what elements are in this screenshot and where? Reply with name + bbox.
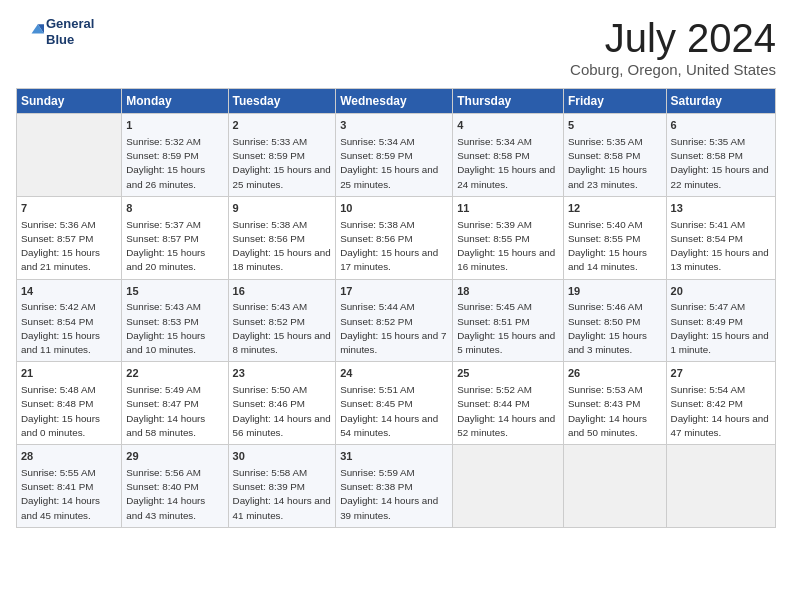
- week-row-5: 28Sunrise: 5:55 AMSunset: 8:41 PMDayligh…: [17, 445, 776, 528]
- calendar-body: 1Sunrise: 5:32 AMSunset: 8:59 PMDaylight…: [17, 114, 776, 528]
- day-number: 3: [340, 118, 448, 134]
- day-info: Sunrise: 5:43 AMSunset: 8:52 PMDaylight:…: [233, 300, 332, 357]
- weekday-header-monday: Monday: [122, 89, 228, 114]
- calendar-cell: 17Sunrise: 5:44 AMSunset: 8:52 PMDayligh…: [336, 279, 453, 362]
- logo-line2: Blue: [46, 32, 94, 48]
- day-number: 10: [340, 201, 448, 217]
- logo-icon: [16, 18, 44, 46]
- day-info: Sunrise: 5:34 AMSunset: 8:58 PMDaylight:…: [457, 135, 559, 192]
- day-number: 7: [21, 201, 117, 217]
- day-number: 1: [126, 118, 223, 134]
- week-row-2: 7Sunrise: 5:36 AMSunset: 8:57 PMDaylight…: [17, 196, 776, 279]
- calendar-cell: 16Sunrise: 5:43 AMSunset: 8:52 PMDayligh…: [228, 279, 336, 362]
- day-number: 13: [671, 201, 771, 217]
- day-number: 22: [126, 366, 223, 382]
- calendar-cell: 3Sunrise: 5:34 AMSunset: 8:59 PMDaylight…: [336, 114, 453, 197]
- calendar-cell: 15Sunrise: 5:43 AMSunset: 8:53 PMDayligh…: [122, 279, 228, 362]
- day-info: Sunrise: 5:34 AMSunset: 8:59 PMDaylight:…: [340, 135, 448, 192]
- calendar-cell: 29Sunrise: 5:56 AMSunset: 8:40 PMDayligh…: [122, 445, 228, 528]
- calendar-cell: 27Sunrise: 5:54 AMSunset: 8:42 PMDayligh…: [666, 362, 775, 445]
- day-info: Sunrise: 5:52 AMSunset: 8:44 PMDaylight:…: [457, 383, 559, 440]
- location: Coburg, Oregon, United States: [570, 61, 776, 78]
- day-number: 21: [21, 366, 117, 382]
- day-info: Sunrise: 5:49 AMSunset: 8:47 PMDaylight:…: [126, 383, 223, 440]
- day-info: Sunrise: 5:59 AMSunset: 8:38 PMDaylight:…: [340, 466, 448, 523]
- calendar-cell: 9Sunrise: 5:38 AMSunset: 8:56 PMDaylight…: [228, 196, 336, 279]
- day-info: Sunrise: 5:47 AMSunset: 8:49 PMDaylight:…: [671, 300, 771, 357]
- weekday-header-row: SundayMondayTuesdayWednesdayThursdayFrid…: [17, 89, 776, 114]
- logo: General Blue: [16, 16, 94, 47]
- calendar-cell: 13Sunrise: 5:41 AMSunset: 8:54 PMDayligh…: [666, 196, 775, 279]
- day-info: Sunrise: 5:35 AMSunset: 8:58 PMDaylight:…: [568, 135, 662, 192]
- calendar-cell: 1Sunrise: 5:32 AMSunset: 8:59 PMDaylight…: [122, 114, 228, 197]
- day-info: Sunrise: 5:51 AMSunset: 8:45 PMDaylight:…: [340, 383, 448, 440]
- day-info: Sunrise: 5:40 AMSunset: 8:55 PMDaylight:…: [568, 218, 662, 275]
- day-number: 23: [233, 366, 332, 382]
- calendar-cell: [563, 445, 666, 528]
- day-number: 16: [233, 284, 332, 300]
- day-info: Sunrise: 5:56 AMSunset: 8:40 PMDaylight:…: [126, 466, 223, 523]
- calendar-cell: [453, 445, 564, 528]
- calendar-cell: 8Sunrise: 5:37 AMSunset: 8:57 PMDaylight…: [122, 196, 228, 279]
- day-info: Sunrise: 5:33 AMSunset: 8:59 PMDaylight:…: [233, 135, 332, 192]
- calendar-cell: 6Sunrise: 5:35 AMSunset: 8:58 PMDaylight…: [666, 114, 775, 197]
- calendar-cell: 10Sunrise: 5:38 AMSunset: 8:56 PMDayligh…: [336, 196, 453, 279]
- day-info: Sunrise: 5:41 AMSunset: 8:54 PMDaylight:…: [671, 218, 771, 275]
- day-info: Sunrise: 5:54 AMSunset: 8:42 PMDaylight:…: [671, 383, 771, 440]
- day-number: 14: [21, 284, 117, 300]
- calendar-cell: [666, 445, 775, 528]
- day-info: Sunrise: 5:37 AMSunset: 8:57 PMDaylight:…: [126, 218, 223, 275]
- day-info: Sunrise: 5:43 AMSunset: 8:53 PMDaylight:…: [126, 300, 223, 357]
- day-info: Sunrise: 5:55 AMSunset: 8:41 PMDaylight:…: [21, 466, 117, 523]
- calendar-cell: 31Sunrise: 5:59 AMSunset: 8:38 PMDayligh…: [336, 445, 453, 528]
- calendar-cell: 28Sunrise: 5:55 AMSunset: 8:41 PMDayligh…: [17, 445, 122, 528]
- weekday-header-tuesday: Tuesday: [228, 89, 336, 114]
- day-number: 8: [126, 201, 223, 217]
- day-number: 4: [457, 118, 559, 134]
- logo-text: General Blue: [46, 16, 94, 47]
- calendar-cell: [17, 114, 122, 197]
- day-info: Sunrise: 5:38 AMSunset: 8:56 PMDaylight:…: [340, 218, 448, 275]
- day-number: 30: [233, 449, 332, 465]
- day-number: 24: [340, 366, 448, 382]
- day-info: Sunrise: 5:48 AMSunset: 8:48 PMDaylight:…: [21, 383, 117, 440]
- day-number: 18: [457, 284, 559, 300]
- day-info: Sunrise: 5:44 AMSunset: 8:52 PMDaylight:…: [340, 300, 448, 357]
- calendar-table: SundayMondayTuesdayWednesdayThursdayFrid…: [16, 88, 776, 528]
- weekday-header-sunday: Sunday: [17, 89, 122, 114]
- day-info: Sunrise: 5:53 AMSunset: 8:43 PMDaylight:…: [568, 383, 662, 440]
- title-section: July 2024 Coburg, Oregon, United States: [570, 16, 776, 78]
- day-number: 29: [126, 449, 223, 465]
- calendar-cell: 7Sunrise: 5:36 AMSunset: 8:57 PMDaylight…: [17, 196, 122, 279]
- day-number: 9: [233, 201, 332, 217]
- calendar-cell: 4Sunrise: 5:34 AMSunset: 8:58 PMDaylight…: [453, 114, 564, 197]
- day-number: 20: [671, 284, 771, 300]
- day-number: 5: [568, 118, 662, 134]
- calendar-cell: 2Sunrise: 5:33 AMSunset: 8:59 PMDaylight…: [228, 114, 336, 197]
- day-number: 2: [233, 118, 332, 134]
- weekday-header-thursday: Thursday: [453, 89, 564, 114]
- calendar-cell: 19Sunrise: 5:46 AMSunset: 8:50 PMDayligh…: [563, 279, 666, 362]
- day-number: 12: [568, 201, 662, 217]
- day-number: 31: [340, 449, 448, 465]
- day-info: Sunrise: 5:35 AMSunset: 8:58 PMDaylight:…: [671, 135, 771, 192]
- month-title: July 2024: [570, 16, 776, 61]
- calendar-cell: 5Sunrise: 5:35 AMSunset: 8:58 PMDaylight…: [563, 114, 666, 197]
- day-number: 19: [568, 284, 662, 300]
- calendar-cell: 22Sunrise: 5:49 AMSunset: 8:47 PMDayligh…: [122, 362, 228, 445]
- weekday-header-saturday: Saturday: [666, 89, 775, 114]
- day-number: 26: [568, 366, 662, 382]
- weekday-header-wednesday: Wednesday: [336, 89, 453, 114]
- day-info: Sunrise: 5:32 AMSunset: 8:59 PMDaylight:…: [126, 135, 223, 192]
- calendar-cell: 20Sunrise: 5:47 AMSunset: 8:49 PMDayligh…: [666, 279, 775, 362]
- day-number: 28: [21, 449, 117, 465]
- week-row-3: 14Sunrise: 5:42 AMSunset: 8:54 PMDayligh…: [17, 279, 776, 362]
- page-header: General Blue July 2024 Coburg, Oregon, U…: [16, 16, 776, 78]
- calendar-cell: 21Sunrise: 5:48 AMSunset: 8:48 PMDayligh…: [17, 362, 122, 445]
- calendar-cell: 12Sunrise: 5:40 AMSunset: 8:55 PMDayligh…: [563, 196, 666, 279]
- day-info: Sunrise: 5:46 AMSunset: 8:50 PMDaylight:…: [568, 300, 662, 357]
- day-info: Sunrise: 5:42 AMSunset: 8:54 PMDaylight:…: [21, 300, 117, 357]
- calendar-cell: 30Sunrise: 5:58 AMSunset: 8:39 PMDayligh…: [228, 445, 336, 528]
- calendar-cell: 25Sunrise: 5:52 AMSunset: 8:44 PMDayligh…: [453, 362, 564, 445]
- weekday-header-friday: Friday: [563, 89, 666, 114]
